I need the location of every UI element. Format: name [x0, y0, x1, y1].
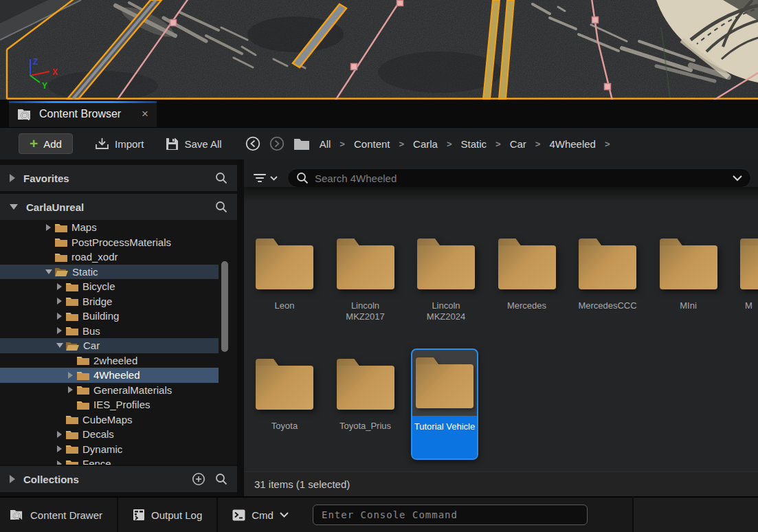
level-viewport[interactable]: Z X Y [0, 0, 758, 100]
bottom-bar-right-section [634, 498, 758, 532]
search-icon[interactable] [215, 201, 227, 213]
tree-item-decals[interactable]: Decals [0, 427, 219, 442]
favorites-header[interactable]: Favorites [0, 165, 237, 191]
folder-icon [66, 326, 78, 335]
tree-item-label: Decals [82, 428, 114, 440]
tree-item-generalmaterials[interactable]: GeneralMaterials [0, 383, 219, 398]
folder-icon [77, 400, 89, 410]
breadcrumb-item-content[interactable]: Content [354, 138, 390, 150]
search-input[interactable] [315, 173, 733, 184]
tree-item-label: Fence [82, 458, 111, 465]
tree-item-cubemaps[interactable]: CubeMaps [0, 412, 219, 428]
console-command-input[interactable] [313, 505, 588, 525]
folder-icon [256, 359, 313, 410]
panel-divider[interactable] [237, 159, 244, 496]
tree-item-building[interactable]: Building [0, 309, 219, 324]
tree-item-bus[interactable]: Bus [0, 324, 219, 339]
add-collection-icon[interactable] [192, 472, 205, 486]
tree-item-road-xodr[interactable]: road_xodr [0, 250, 219, 265]
search-icon[interactable] [215, 473, 227, 485]
asset-folder-lincoln-mkz2017[interactable]: Lincoln MKZ2017 [332, 239, 399, 322]
tree-item-bridge[interactable]: Bridge [0, 294, 219, 309]
back-button[interactable] [245, 136, 260, 151]
breadcrumb-item-all[interactable]: All [320, 138, 331, 150]
breadcrumb-item-4wheeled[interactable]: 4Wheeled [549, 138, 596, 150]
asset-folder-tutorial-vehicle-selected[interactable]: Tutorial Vehicle [411, 348, 478, 460]
chevron-down-icon[interactable] [733, 175, 742, 181]
asset-folder-toyota[interactable]: Toyota [251, 359, 318, 432]
asset-folder-m[interactable]: M [735, 239, 758, 311]
expand-arrow-icon[interactable] [57, 298, 62, 304]
tree-item-maps[interactable]: Maps [0, 220, 219, 235]
content-drawer-button[interactable]: Content Drawer [0, 498, 118, 532]
tree-item-static[interactable]: Static [0, 265, 219, 280]
folder-icon [416, 357, 473, 408]
tree-scrollbar-thumb[interactable] [221, 261, 228, 352]
asset-folder-mini[interactable]: MIni [655, 239, 722, 311]
collections-header[interactable]: Collections [0, 466, 237, 492]
cmd-selector[interactable]: Cmd [218, 498, 303, 532]
collapse-arrow-icon[interactable] [45, 269, 52, 274]
tree-item-4wheeled[interactable]: 4Wheeled [0, 368, 219, 383]
tab-content-browser[interactable]: Content Browser × [9, 101, 157, 127]
filter-button[interactable] [253, 173, 278, 184]
breadcrumb-item-carla[interactable]: Carla [413, 138, 438, 150]
folder-icon [77, 355, 89, 365]
expand-arrow-icon[interactable] [57, 327, 62, 334]
expand-arrow-icon[interactable] [46, 224, 51, 231]
tree-item-2wheeled[interactable]: 2wheeled [0, 353, 219, 368]
item-count-label: 31 items (1 selected) [254, 478, 350, 490]
folder-icon [579, 239, 636, 289]
breadcrumb-item-static[interactable]: Static [461, 138, 487, 150]
breadcrumb-item-car[interactable]: Car [510, 138, 526, 150]
asset-folder-leon[interactable]: Leon [251, 239, 318, 311]
expand-arrow-icon[interactable] [68, 372, 73, 379]
expand-arrow-icon[interactable] [57, 313, 62, 320]
expander-icon[interactable] [10, 475, 15, 483]
carlaunreal-header[interactable]: CarlaUnreal [0, 194, 237, 220]
asset-folder-lincoln-mkz2024[interactable]: Lincoln MKZ2024 [412, 239, 480, 322]
add-button[interactable]: + Add [19, 133, 73, 154]
output-log-button[interactable]: Output Log [118, 498, 218, 532]
expand-arrow-icon[interactable] [57, 461, 62, 465]
tree-item-bicycle[interactable]: Bicycle [0, 279, 219, 294]
asset-grid[interactable]: Tourer LeonLincoln MKZ2017Lincoln MKZ202… [244, 187, 758, 472]
status-bar: 31 items (1 selected) [244, 472, 758, 496]
tree-item-dynamic[interactable]: Dynamic [0, 442, 219, 457]
tree-item-label: Static [72, 266, 98, 278]
tree-item-fence[interactable]: Fence [0, 456, 219, 465]
collections-label: Collections [23, 474, 79, 485]
expand-arrow-icon[interactable] [68, 386, 73, 393]
content-browser-icon [17, 108, 32, 121]
expand-arrow-icon[interactable] [57, 431, 62, 438]
tree-item-label: 4Wheeled [93, 369, 140, 381]
tree-item-label: Car [83, 340, 100, 351]
save-all-button[interactable]: Save All [166, 137, 221, 151]
chevron-down-icon [270, 176, 278, 181]
collapse-arrow-icon[interactable] [56, 343, 63, 348]
tree-item-label: road_xodr [71, 251, 118, 263]
asset-folder-toyota-prius[interactable]: Toyota_Prius [332, 359, 399, 432]
asset-folder-mercedes[interactable]: Mercedes [493, 239, 561, 311]
folder-icon [77, 385, 89, 395]
asset-search-box[interactable] [287, 168, 751, 188]
tree-item-ies-profiles[interactable]: IES_Profiles [0, 397, 219, 412]
tab-close-icon[interactable]: × [132, 107, 148, 121]
tree-item-car[interactable]: Car [0, 338, 219, 353]
search-icon[interactable] [215, 172, 227, 184]
import-button[interactable]: Import [95, 137, 144, 151]
import-icon [95, 137, 109, 151]
favorites-label: Favorites [23, 173, 69, 184]
expand-arrow-icon[interactable] [57, 445, 62, 452]
tree-item-postprocessmaterials[interactable]: PostProcessMaterials [0, 235, 219, 250]
plus-icon: + [30, 136, 38, 151]
asset-folder-mercedesccc[interactable]: MercedesCCC [574, 239, 641, 311]
folder-icon [66, 311, 78, 321]
expander-icon[interactable] [10, 174, 15, 182]
expand-arrow-icon[interactable] [57, 283, 62, 290]
axis-x-label: X [52, 67, 58, 77]
expander-icon[interactable] [10, 204, 18, 210]
open-folder-icon [55, 267, 68, 276]
forward-button[interactable] [269, 136, 285, 151]
open-folder-icon [66, 341, 79, 351]
